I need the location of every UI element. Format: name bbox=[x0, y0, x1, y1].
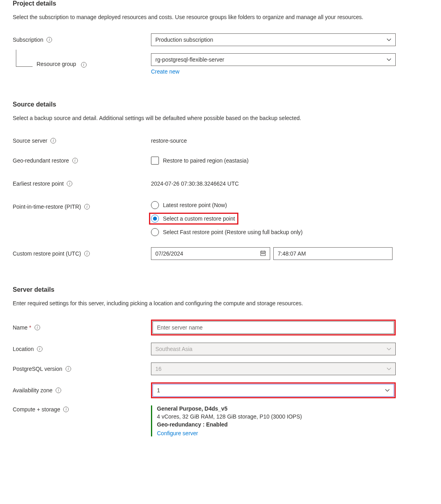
geo-restore-checkbox[interactable] bbox=[151, 157, 159, 165]
subscription-value: Production subscription bbox=[155, 37, 213, 43]
subscription-dropdown[interactable]: Production subscription bbox=[151, 33, 396, 46]
info-icon[interactable]: i bbox=[37, 346, 43, 352]
info-icon[interactable]: i bbox=[46, 37, 52, 43]
configure-server-link[interactable]: Configure server bbox=[157, 430, 198, 436]
availability-zone-label: Availability zone bbox=[13, 387, 52, 394]
server-details-heading: Server details bbox=[13, 286, 428, 293]
server-details-description: Enter required settings for this server,… bbox=[13, 299, 428, 308]
pitr-radio-custom-label: Select a custom restore point bbox=[163, 215, 235, 222]
info-icon[interactable]: i bbox=[56, 388, 61, 393]
subscription-label: Subscription bbox=[13, 37, 43, 43]
geo-restore-checkbox-label: Restore to paired region (eastasia) bbox=[163, 157, 249, 164]
compute-storage-summary: General Purpose, D4ds_v5 4 vCores, 32 Gi… bbox=[151, 405, 396, 436]
server-name-label: Name bbox=[13, 324, 27, 331]
pitr-radio-fast[interactable]: Select Fast restore point (Restore using… bbox=[151, 228, 396, 236]
pitr-radio-latest-label: Latest restore point (Now) bbox=[163, 202, 227, 208]
custom-restore-time-value: 7:48:07 AM bbox=[278, 250, 306, 257]
chevron-down-icon bbox=[387, 347, 391, 351]
info-icon[interactable]: i bbox=[67, 181, 72, 186]
pg-version-value: 16 bbox=[155, 366, 162, 372]
chevron-down-icon bbox=[385, 388, 390, 393]
project-details-description: Select the subscription to manage deploy… bbox=[13, 13, 428, 21]
create-new-link[interactable]: Create new bbox=[151, 68, 396, 75]
info-icon[interactable]: i bbox=[66, 366, 71, 372]
info-icon[interactable]: i bbox=[72, 158, 78, 163]
pitr-radio-custom[interactable]: Select a custom restore point bbox=[149, 213, 238, 225]
pg-version-dropdown: 16 bbox=[151, 362, 396, 375]
pitr-label: Point-in-time-restore (PITR) bbox=[13, 204, 81, 210]
compute-details: 4 vCores, 32 GiB RAM, 128 GiB storage, P… bbox=[157, 413, 396, 420]
source-details-description: Select a backup source and detail. Addit… bbox=[13, 114, 428, 122]
svg-rect-5 bbox=[263, 253, 263, 254]
availability-zone-dropdown[interactable]: 1 bbox=[153, 384, 394, 397]
info-icon[interactable]: i bbox=[84, 251, 90, 256]
info-icon[interactable]: i bbox=[35, 325, 40, 330]
info-icon[interactable]: i bbox=[63, 407, 69, 412]
custom-restore-date-value: 07/26/2024 bbox=[155, 250, 183, 257]
earliest-restore-label: Earliest restore point bbox=[13, 180, 64, 187]
location-dropdown: Southeast Asia bbox=[151, 343, 396, 355]
compute-geo: Geo-redundancy : Enabled bbox=[157, 421, 396, 428]
pg-version-label: PostgreSQL version bbox=[13, 366, 62, 372]
pitr-radio-fast-label: Select Fast restore point (Restore using… bbox=[163, 229, 303, 235]
location-value: Southeast Asia bbox=[155, 346, 192, 352]
compute-sku: General Purpose, D4ds_v5 bbox=[157, 405, 396, 412]
location-label: Location bbox=[13, 346, 34, 352]
pitr-radio-latest[interactable]: Latest restore point (Now) bbox=[151, 201, 396, 209]
chevron-down-icon bbox=[387, 37, 391, 42]
custom-restore-time-input[interactable]: 7:48:07 AM bbox=[273, 247, 393, 260]
server-name-input[interactable] bbox=[153, 321, 394, 334]
source-server-value: restore-source bbox=[151, 138, 396, 144]
required-indicator: * bbox=[29, 324, 31, 331]
calendar-icon[interactable] bbox=[260, 250, 266, 257]
geo-restore-label: Geo-redundant restore bbox=[13, 157, 69, 164]
source-details-heading: Source details bbox=[13, 101, 428, 108]
info-icon[interactable]: i bbox=[50, 138, 56, 143]
chevron-down-icon bbox=[387, 366, 391, 371]
resource-group-value: rg-postgresql-flexible-server bbox=[155, 56, 224, 63]
custom-restore-point-label: Custom restore point (UTC) bbox=[13, 250, 81, 257]
compute-storage-label: Compute + storage bbox=[13, 406, 60, 413]
resource-group-dropdown[interactable]: rg-postgresql-flexible-server bbox=[151, 53, 396, 66]
chevron-down-icon bbox=[387, 57, 391, 62]
info-icon[interactable]: i bbox=[81, 62, 87, 68]
svg-rect-4 bbox=[261, 253, 262, 254]
source-server-label: Source server bbox=[13, 138, 47, 144]
info-icon[interactable]: i bbox=[84, 204, 90, 209]
earliest-restore-value: 2024-07-26 07:30:38.3246624 UTC bbox=[151, 180, 396, 187]
project-details-heading: Project details bbox=[13, 0, 428, 7]
custom-restore-date-input[interactable]: 07/26/2024 bbox=[151, 247, 270, 260]
resource-group-label: Resource group bbox=[37, 61, 76, 67]
svg-rect-6 bbox=[264, 253, 265, 254]
availability-zone-value: 1 bbox=[157, 387, 160, 394]
